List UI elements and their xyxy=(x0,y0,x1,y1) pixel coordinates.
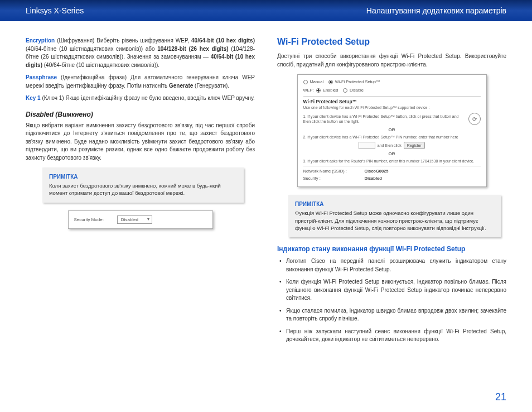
security-mode-screenshot: Security Mode: Disabled xyxy=(68,210,213,229)
or-divider: OR xyxy=(303,127,481,132)
key1-paragraph: Key 1 (Ключ 1) Якщо ідентифікаційну фраз… xyxy=(26,94,255,103)
list-item: Якщо сталася помилка, індикатор швидко б… xyxy=(286,307,506,323)
register-button: Register xyxy=(404,142,425,149)
header-left: Linksys X-Series xyxy=(26,6,84,15)
radio-icon xyxy=(316,88,321,93)
radio-icon xyxy=(343,88,347,93)
wps-step2b: and then click Register xyxy=(303,142,481,149)
enabled-label: Enabled xyxy=(323,88,338,93)
pin-input xyxy=(359,142,375,149)
disable-label: Disable xyxy=(350,88,364,93)
list-item: Перш ніж запускати наступний сеанс викон… xyxy=(286,328,506,344)
note-box-right: ПРИМІТКА Функція Wi-Fi Protected Setup м… xyxy=(288,195,501,237)
wps-step1: 1. If your client device has a Wi-Fi Pro… xyxy=(303,113,481,125)
ssid-value: CiscoG0025 xyxy=(365,169,389,174)
page-header: Linksys X-Series Налаштування додаткових… xyxy=(0,0,532,21)
disabled-paragraph: Якщо вибрати варіант вимкнення захисту б… xyxy=(26,122,255,162)
andclick-text: and then click xyxy=(378,143,402,148)
txt: (Генерувати). xyxy=(193,83,229,89)
radio-icon xyxy=(328,80,333,84)
wps-intro: Доступні три способи використання функці… xyxy=(277,52,506,69)
list-item: Коли функція Wi-Fi Protected Setup викон… xyxy=(286,278,506,303)
wps-sub: Use one of following for each Wi-Fi Prot… xyxy=(303,106,481,109)
content-area: Encryption (Шифрування) Виберіть рівень … xyxy=(0,21,532,354)
list-item: Логотип Cisco на передній панелі розширю… xyxy=(286,257,506,274)
txt-bold: 40/64-bit (10 hex digits) xyxy=(191,37,255,44)
note-title: ПРИМІТКА xyxy=(49,173,237,181)
disabled-heading: Disabled (Вимкнено) xyxy=(26,111,255,118)
encryption-label: Encryption xyxy=(26,37,55,44)
wps-step2: 2. If your client device has a Wi-Fi Pro… xyxy=(303,135,481,140)
left-column: Encryption (Шифрування) Виберіть рівень … xyxy=(26,37,255,348)
wps-screenshot: Manual Wi-Fi Protected Setup™ WEP: Enabl… xyxy=(297,74,487,187)
sec-value: Disabled xyxy=(365,176,382,181)
note-box-left: ПРИМІТКА Коли захист бездротового зв'язк… xyxy=(42,167,244,203)
step1-text: 1. If your client device has a Wi-Fi Pro… xyxy=(303,114,465,124)
security-row: Security : Disabled xyxy=(303,176,481,181)
ssid-key: Network Name (SSID) : xyxy=(303,169,365,174)
wps-mode-row: Manual Wi-Fi Protected Setup™ xyxy=(303,79,481,84)
txt: (40/64-бітне (10 шістнадцяткових символі… xyxy=(26,46,157,52)
note-text: Коли захист бездротового зв'язку вимкнен… xyxy=(49,183,221,196)
txt: (Шифрування) Виберіть рівень шифрування … xyxy=(55,37,191,44)
wps-title: Wi-Fi Protected Setup™ xyxy=(303,99,481,104)
manual-label: Manual xyxy=(310,79,324,84)
radio-icon xyxy=(303,80,308,84)
txt: (Ключ 1) Якщо ідентифікаційну фразу не б… xyxy=(41,95,255,101)
wps-button-icon: ⟳ xyxy=(468,113,481,125)
wps-heading: Wi-Fi Protected Setup xyxy=(277,37,506,47)
wep-row: WEP: Enabled Disable xyxy=(303,88,481,93)
right-column: Wi-Fi Protected Setup Доступні три спосо… xyxy=(277,37,506,348)
header-right: Налаштування додаткових параметрів xyxy=(366,6,506,15)
step3-text: 3. If your client asks for the Router's … xyxy=(303,159,481,164)
passphrase-label: Passphrase xyxy=(26,74,57,80)
passphrase-paragraph: Passphrase (Ідентифікаційна фраза) Для а… xyxy=(26,74,255,90)
step2-text: 2. If your client device has a Wi-Fi Pro… xyxy=(303,135,481,140)
wep-label: WEP: xyxy=(303,88,314,93)
txt-bold: Generate xyxy=(169,83,193,89)
indicator-bullets: Логотип Cisco на передній панелі розширю… xyxy=(277,257,506,344)
note-title: ПРИМІТКА xyxy=(295,200,494,208)
indicator-heading: Індикатор стану виконання функції Wi-Fi … xyxy=(277,245,506,253)
encryption-paragraph: Encryption (Шифрування) Виберіть рівень … xyxy=(26,37,255,69)
note-text: Функція Wi-Fi Protected Setup може одноч… xyxy=(295,210,486,231)
security-mode-dropdown: Disabled xyxy=(117,215,152,224)
wps-step3: 3. If your client asks for the Router's … xyxy=(303,159,481,164)
or-divider: OR xyxy=(303,151,481,156)
wps-label: Wi-Fi Protected Setup™ xyxy=(335,79,380,84)
sec-key: Security : xyxy=(303,176,365,181)
security-mode-label: Security Mode: xyxy=(74,217,104,222)
key1-label: Key 1 xyxy=(26,95,41,101)
txt-bold: 104/128-bit (26 hex digits) xyxy=(157,46,228,52)
ssid-row: Network Name (SSID) : CiscoG0025 xyxy=(303,169,481,174)
txt: (40/64-бітне (10 шістнадцяткових символі… xyxy=(42,62,159,68)
page-number: 21 xyxy=(495,391,506,403)
